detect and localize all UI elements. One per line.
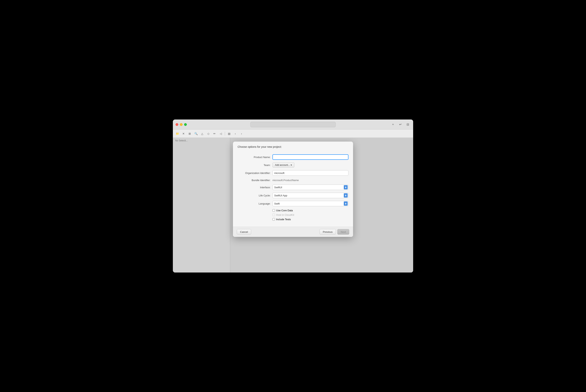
- navigation-buttons: Previous Next: [320, 229, 349, 234]
- sidebar-icon[interactable]: ▤: [227, 131, 232, 136]
- previous-button[interactable]: Previous: [320, 229, 336, 234]
- use-core-data-row: Use Core Data: [272, 209, 348, 212]
- interface-select[interactable]: SwiftUI Storyboard: [272, 184, 348, 190]
- host-cloudkit-checkbox[interactable]: [272, 214, 275, 216]
- lifecycle-label: Life Cycle:: [238, 194, 272, 197]
- org-identifier-label: Organization Identifier:: [238, 172, 272, 174]
- grid-icon[interactable]: ⊞: [187, 131, 192, 136]
- titlebar-actions: ＋ ↵ ⊟: [390, 122, 410, 127]
- shape-icon[interactable]: ◇: [206, 131, 211, 136]
- use-core-data-label: Use Core Data: [276, 209, 293, 212]
- main-content: No Selecti... No Selection Choose option…: [173, 138, 413, 272]
- bundle-identifier-field: microsoft.ProductName: [272, 178, 348, 182]
- lifecycle-select[interactable]: SwiftUI App UIKit App Delegate: [272, 193, 348, 198]
- add-tab-button[interactable]: ＋: [390, 122, 396, 127]
- minimize-button[interactable]: [180, 123, 183, 126]
- split-view-button[interactable]: ⊟: [405, 122, 410, 127]
- search-icon[interactable]: 🔍: [193, 131, 198, 136]
- titlebar: ＋ ↵ ⊟: [173, 120, 413, 130]
- stop-icon[interactable]: ✕: [181, 131, 186, 136]
- interface-label: Interface:: [238, 186, 272, 189]
- return-button[interactable]: ↵: [398, 122, 403, 127]
- product-name-label: Product Name:: [238, 156, 272, 158]
- add-account-chevron: ▾: [291, 164, 292, 166]
- include-tests-label: Include Tests: [276, 218, 291, 221]
- cancel-button[interactable]: Cancel: [237, 229, 251, 234]
- bundle-identifier-row: Bundle Identifier: microsoft.ProductName: [238, 178, 348, 182]
- product-name-row: Product Name:: [238, 154, 348, 160]
- warning-icon[interactable]: △: [200, 131, 205, 136]
- bundle-identifier-value: microsoft.ProductName: [272, 179, 300, 182]
- xcode-window: ＋ ↵ ⊟ 📁 ✕ ⊞ 🔍 △ ◇ ✏ ◁ ▤ ‹ › No Selecti..…: [173, 120, 413, 272]
- tag-icon[interactable]: ◁: [218, 131, 223, 136]
- product-name-input[interactable]: [272, 154, 348, 160]
- chevron-right-icon[interactable]: ›: [239, 131, 244, 136]
- toolbar-divider: [225, 132, 225, 136]
- team-field: Add account... ▾: [272, 162, 348, 168]
- team-row: Team: Add account... ▾: [238, 162, 348, 168]
- toolbar: 📁 ✕ ⊞ 🔍 △ ◇ ✏ ◁ ▤ ‹ ›: [173, 130, 413, 138]
- lifecycle-row: Life Cycle: SwiftUI App UIKit App Delega…: [238, 193, 348, 198]
- maximize-button[interactable]: [184, 123, 187, 126]
- modal-title: Choose options for your new project:: [238, 145, 282, 148]
- interface-field: SwiftUI Storyboard: [272, 184, 348, 190]
- next-button[interactable]: Next: [337, 229, 349, 234]
- language-select[interactable]: Swift Objective-C: [272, 201, 348, 206]
- search-bar[interactable]: [250, 122, 336, 127]
- pen-icon[interactable]: ✏: [212, 131, 217, 136]
- traffic-lights: [176, 123, 187, 126]
- language-label: Language:: [238, 202, 272, 205]
- use-core-data-checkbox[interactable]: [272, 209, 275, 212]
- add-account-label: Add account...: [275, 164, 290, 166]
- host-cloudkit-label: Host in CloudKit: [276, 214, 294, 216]
- modal-overlay: Choose options for your new project: Pro…: [173, 138, 413, 272]
- language-field: Swift Objective-C: [272, 201, 348, 206]
- modal-body: Product Name: Team: Add account... ▾: [233, 150, 353, 226]
- include-tests-checkbox[interactable]: [272, 218, 275, 220]
- org-identifier-input[interactable]: [272, 170, 348, 176]
- host-cloudkit-row: Host in CloudKit: [272, 214, 348, 216]
- titlebar-center: [250, 122, 336, 127]
- product-name-field: [272, 154, 348, 160]
- bundle-identifier-label: Bundle Identifier:: [238, 179, 272, 182]
- language-row: Language: Swift Objective-C: [238, 201, 348, 206]
- interface-row: Interface: SwiftUI Storyboard: [238, 184, 348, 190]
- close-button[interactable]: [176, 123, 178, 126]
- modal-footer: Cancel Previous Next: [233, 226, 353, 237]
- add-account-button[interactable]: Add account... ▾: [272, 162, 294, 168]
- org-identifier-row: Organization Identifier:: [238, 170, 348, 176]
- folder-icon[interactable]: 📁: [175, 131, 180, 136]
- include-tests-row: Include Tests: [272, 218, 348, 221]
- lifecycle-field: SwiftUI App UIKit App Delegate: [272, 193, 348, 198]
- org-identifier-field: [272, 170, 348, 176]
- new-project-modal: Choose options for your new project: Pro…: [233, 142, 353, 237]
- modal-header: Choose options for your new project:: [233, 142, 353, 150]
- checkboxes-section: Use Core Data Host in CloudKit Include T…: [238, 209, 348, 221]
- team-label: Team:: [238, 164, 272, 166]
- chevron-left-icon[interactable]: ‹: [233, 131, 238, 136]
